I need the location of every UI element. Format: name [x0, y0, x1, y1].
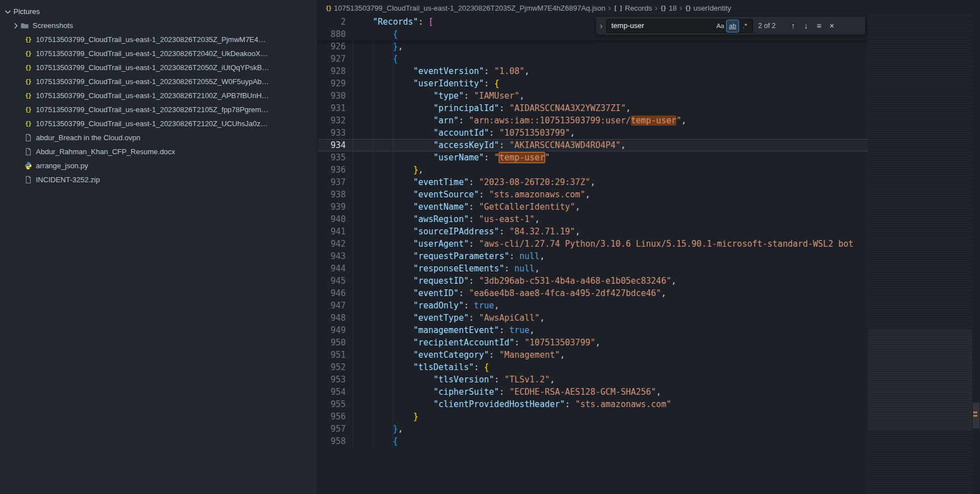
code-line[interactable]: 931 "principalId": "AIDARSCCN4A3X2YWZ37Z… [318, 102, 868, 114]
line-number[interactable]: 957 [318, 423, 346, 435]
code-line[interactable]: 945 "requestID": "3db296ab-c531-4b4a-a46… [318, 275, 868, 287]
line-content[interactable]: "accessKeyId": "AKIARSCCN4A3WD4RO4P4", [352, 139, 626, 151]
code-line[interactable]: 930 "type": "IAMUser", [318, 90, 868, 102]
line-content[interactable]: "accountId": "107513503799", [352, 127, 575, 139]
line-content[interactable]: "eventCategory": "Management", [352, 349, 565, 361]
line-content[interactable]: { [352, 53, 398, 65]
code-line[interactable]: 952 "tlsDetails": { [318, 361, 868, 373]
line-number[interactable]: 932 [318, 114, 346, 127]
explorer-item[interactable]: arrange_json.py [0, 159, 317, 173]
code-line[interactable]: 928 "eventVersion": "1.08", [318, 65, 868, 77]
explorer-item[interactable]: Screenshots [0, 19, 317, 33]
explorer-item[interactable]: {}107513503799_CloudTrail_us-east-1_2023… [0, 33, 317, 47]
code-line[interactable]: 956 } [318, 410, 868, 423]
line-content[interactable]: "sourceIPAddress": "84.32.71.19", [352, 225, 580, 238]
line-number[interactable]: 937 [318, 176, 346, 188]
line-content[interactable]: "eventType": "AwsApiCall", [352, 312, 545, 324]
line-number[interactable]: 954 [318, 386, 346, 398]
line-content[interactable]: "userAgent": "aws-cli/1.27.74 Python/3.1… [352, 238, 853, 250]
code-line[interactable]: 927 { [318, 53, 868, 65]
code-line[interactable]: 957 }, [318, 423, 868, 435]
code-line[interactable]: 934 "accessKeyId": "AKIARSCCN4A3WD4RO4P4… [318, 139, 868, 151]
breadcrumb-item[interactable]: [ ]Records [614, 4, 652, 12]
code-line[interactable]: 951 "eventCategory": "Management", [318, 349, 868, 361]
line-content[interactable]: "eventID": "ea6ae4b8-aae8-4fca-a495-2df4… [352, 287, 666, 299]
code-line[interactable]: 926 }, [318, 40, 868, 53]
line-content[interactable]: "eventSource": "sts.amazonaws.com", [352, 188, 590, 201]
line-number[interactable]: 944 [318, 262, 346, 275]
minimap[interactable] [868, 16, 972, 494]
line-content[interactable]: }, [352, 423, 403, 435]
line-number[interactable]: 955 [318, 398, 346, 410]
line-content[interactable]: "responseElements": null, [352, 262, 540, 275]
line-number[interactable]: 943 [318, 250, 346, 262]
line-number[interactable]: 942 [318, 238, 346, 250]
code-line[interactable]: 958 { [318, 435, 868, 447]
line-content[interactable]: { [352, 28, 398, 40]
line-number[interactable]: 950 [318, 336, 346, 349]
line-number[interactable]: 926 [318, 40, 346, 53]
previous-match-button[interactable]: ↑ [787, 20, 800, 33]
explorer-item[interactable]: {}107513503799_CloudTrail_us-east-1_2023… [0, 89, 317, 103]
line-content[interactable]: "readOnly": true, [352, 299, 499, 312]
line-content[interactable]: "eventTime": "2023-08-26T20:29:37Z", [352, 176, 596, 188]
line-content[interactable]: "recipientAccountId": "107513503799", [352, 336, 601, 349]
find-query-text[interactable]: temp-user [611, 20, 714, 32]
line-number[interactable]: 934 [318, 139, 346, 151]
line-number[interactable]: 952 [318, 361, 346, 373]
code-line[interactable]: 943 "requestParameters": null, [318, 250, 868, 262]
code-line[interactable]: 936 }, [318, 164, 868, 176]
line-content[interactable]: "tlsDetails": { [352, 361, 489, 373]
line-number[interactable]: 936 [318, 164, 346, 176]
code-line[interactable]: 954 "cipherSuite": "ECDHE-RSA-AES128-GCM… [318, 386, 868, 398]
line-number[interactable]: 953 [318, 373, 346, 386]
line-number[interactable]: 951 [318, 349, 346, 361]
explorer-item[interactable]: abdur_Breach in the Cloud.ovpn [0, 131, 317, 145]
code-area[interactable]: 926 },927 {928 "eventVersion": "1.08",92… [318, 16, 868, 494]
line-number[interactable]: 880 [318, 28, 346, 40]
line-number[interactable]: 2 [318, 16, 346, 28]
line-number[interactable]: 938 [318, 188, 346, 201]
line-content[interactable]: } [352, 410, 418, 423]
breadcrumb-item[interactable]: {}107513503799_CloudTrail_us-east-1_2023… [326, 4, 606, 12]
line-content[interactable]: }, [352, 164, 423, 176]
minimap-slider[interactable] [868, 330, 972, 431]
code-line[interactable]: 944 "responseElements": null, [318, 262, 868, 275]
line-content[interactable]: "requestID": "3db296ab-c531-4b4a-a468-e1… [352, 275, 676, 287]
line-content[interactable]: { [352, 435, 398, 447]
code-line[interactable]: 938 "eventSource": "sts.amazonaws.com", [318, 188, 868, 201]
line-content[interactable]: "clientProvidedHostHeader": "sts.amazona… [352, 398, 671, 410]
code-line[interactable]: 942 "userAgent": "aws-cli/1.27.74 Python… [318, 238, 868, 250]
line-number[interactable]: 933 [318, 127, 346, 139]
code-line[interactable]: 941 "sourceIPAddress": "84.32.71.19", [318, 225, 868, 238]
vertical-scrollbar[interactable] [972, 16, 980, 494]
code-line[interactable]: 947 "readOnly": true, [318, 299, 868, 312]
line-number[interactable]: 945 [318, 275, 346, 287]
breadcrumb-item[interactable]: {}userIdentity [685, 4, 731, 12]
line-number[interactable]: 930 [318, 90, 346, 102]
code-line[interactable]: 955 "clientProvidedHostHeader": "sts.ama… [318, 398, 868, 410]
line-number[interactable]: 935 [318, 151, 346, 164]
line-content[interactable]: "Records": [ [352, 16, 434, 28]
line-number[interactable]: 946 [318, 287, 346, 299]
line-content[interactable]: "awsRegion": "us-east-1", [352, 213, 540, 225]
code-line[interactable]: 932 "arn": "arn:aws:iam::107513503799:us… [318, 114, 868, 127]
line-content[interactable]: "requestParameters": null, [352, 250, 545, 262]
whole-word-button[interactable]: ab [727, 20, 739, 32]
line-number[interactable]: 956 [318, 410, 346, 423]
code-line[interactable]: 948 "eventType": "AwsApiCall", [318, 312, 868, 324]
line-content[interactable]: "userName": "temp-user" [352, 151, 550, 164]
line-number[interactable]: 928 [318, 65, 346, 77]
code-line[interactable]: 953 "tlsVersion": "TLSv1.2", [318, 373, 868, 386]
code-line[interactable]: 940 "awsRegion": "us-east-1", [318, 213, 868, 225]
line-number[interactable]: 940 [318, 213, 346, 225]
line-content[interactable]: "userIdentity": { [352, 77, 499, 90]
code-line[interactable]: 937 "eventTime": "2023-08-26T20:29:37Z", [318, 176, 868, 188]
line-content[interactable]: "arn": "arn:aws:iam::107513503799:user/t… [352, 114, 686, 127]
line-number[interactable]: 927 [318, 53, 346, 65]
code-line[interactable]: 929 "userIdentity": { [318, 77, 868, 90]
explorer-item[interactable]: INCIDENT-3252.zip [0, 173, 317, 187]
line-content[interactable]: "eventVersion": "1.08", [352, 65, 530, 77]
explorer-item[interactable]: {}107513503799_CloudTrail_us-east-1_2023… [0, 61, 317, 75]
find-input[interactable]: temp-user Aa ab .* [606, 19, 753, 33]
